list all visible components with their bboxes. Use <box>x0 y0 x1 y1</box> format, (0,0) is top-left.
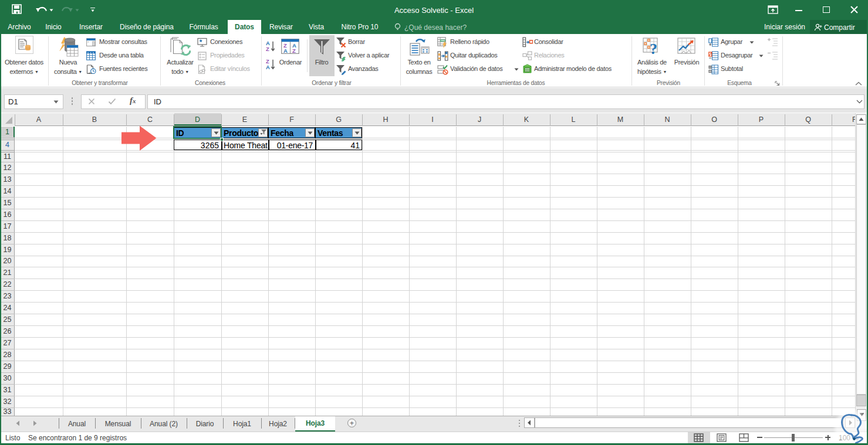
svg-text:Z: Z <box>292 47 296 54</box>
svg-text:A: A <box>283 47 288 54</box>
svg-text:Z: Z <box>266 46 269 52</box>
svg-text:?: ? <box>650 40 657 57</box>
